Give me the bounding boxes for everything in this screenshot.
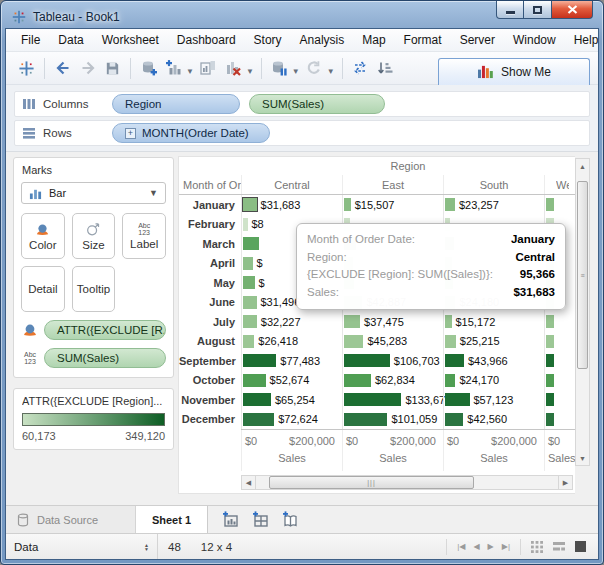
row-header-month[interactable]: September [179,355,241,367]
detail-button[interactable]: Detail [21,266,65,312]
list-view-icon[interactable] [553,541,565,553]
first-page-icon[interactable]: |◀ [457,542,465,551]
bar-cell[interactable]: $26,418 [241,332,342,352]
bar[interactable] [546,315,554,328]
tab-sheet1[interactable]: Sheet 1 [136,506,208,533]
pill-month-order-date[interactable]: + MONTH(Order Date) [112,123,270,143]
bar-cell[interactable]: $15,507 [342,195,443,215]
bar[interactable] [344,393,401,406]
vscroll-thumb[interactable]: ≡ [577,181,588,369]
menu-item-format[interactable]: Format [395,30,451,50]
bar-cell[interactable]: $72,624 [241,410,342,430]
bar-cell-west[interactable] [544,332,575,352]
bar[interactable] [546,335,554,348]
bar-cell[interactable]: $133,674 [342,390,443,410]
menu-item-worksheet[interactable]: Worksheet [93,30,168,50]
refresh-caret-icon[interactable]: ▼ [327,67,335,76]
swap-rows-columns-icon[interactable] [348,56,373,81]
row-header-month[interactable]: January [179,199,241,211]
bar[interactable] [243,354,276,367]
bar[interactable] [243,257,253,270]
column-header-west[interactable]: West [544,175,575,194]
columns-shelf[interactable]: Columns Region SUM(Sales) [14,91,590,117]
bar[interactable] [546,374,554,387]
bar-cell[interactable]: $106,703 [342,351,443,371]
bar[interactable] [243,218,248,231]
color-legend[interactable]: ATTR({EXCLUDE [Region]... 60,173 349,120 [13,388,174,450]
full-view-icon[interactable] [575,541,586,552]
bar[interactable] [546,413,554,426]
show-me-button[interactable]: Show Me [438,58,590,85]
scroll-up-icon[interactable]: ▲ [576,159,589,173]
row-header-month[interactable]: October [179,374,241,386]
bar-cell-west[interactable] [544,390,575,410]
bar[interactable] [344,335,363,348]
row-header-month[interactable]: February [179,218,241,230]
scroll-down-icon[interactable]: ▼ [576,451,589,465]
add-data-icon[interactable] [136,56,161,81]
previous-page-icon[interactable]: ◀ [473,542,479,551]
bar[interactable] [243,393,271,406]
menu-item-dashboard[interactable]: Dashboard [168,30,245,50]
pill-sum-sales-label[interactable]: SUM(Sales) [44,348,166,368]
close-button[interactable] [551,1,593,19]
label-button[interactable]: Abc123 Label [122,213,166,259]
bar[interactable] [445,198,455,211]
new-dashboard-tab-icon[interactable] [252,511,269,528]
pause-auto-updates-caret-icon[interactable]: ▼ [292,67,300,76]
menu-item-help[interactable]: Help [565,30,599,50]
bar[interactable] [344,354,390,367]
bar[interactable] [445,413,463,426]
bar-cell[interactable]: $24,170 [443,371,544,391]
row-header-month[interactable]: July [179,316,241,328]
row-header-month[interactable]: December [179,413,241,425]
menu-item-file[interactable]: File [12,30,49,50]
tooltip-button[interactable]: Tooltip [72,266,116,312]
bar[interactable] [243,315,257,328]
mark-type-dropdown[interactable]: Bar ▼ [21,182,166,204]
bar[interactable] [445,374,455,387]
bar-cell[interactable]: $15,172 [443,312,544,332]
bar-cell[interactable]: $65,254 [241,390,342,410]
color-button[interactable]: Color [21,213,65,259]
clear-sheet-icon[interactable] [221,56,246,81]
bar-cell[interactable]: $43,966 [443,351,544,371]
bar[interactable] [344,198,351,211]
bar[interactable] [546,354,554,367]
vscroll-track[interactable]: ≡ [576,173,589,451]
expand-icon[interactable]: + [125,128,136,139]
back-icon[interactable] [50,56,75,81]
save-icon[interactable] [100,56,125,81]
sort-ascending-icon[interactable] [373,56,398,81]
status-selector[interactable]: Data ▲▼ [6,534,158,559]
bar-cell-west[interactable] [544,312,575,332]
bar[interactable] [546,393,554,406]
bar[interactable] [243,296,257,309]
bar-cell[interactable]: $52,674 [241,371,342,391]
menu-item-window[interactable]: Window [504,30,565,50]
forward-icon[interactable] [75,56,100,81]
new-story-tab-icon[interactable] [282,511,299,528]
row-header-month[interactable]: June [179,296,241,308]
bar[interactable] [243,413,274,426]
column-header-south[interactable]: South [443,175,544,194]
bar[interactable] [344,315,360,328]
hscroll-track[interactable]: ||| [256,475,558,490]
row-dimension-header[interactable]: Month of Ord.. [179,179,241,191]
bar[interactable] [344,413,387,426]
new-worksheet-caret-icon[interactable]: ▼ [186,67,194,76]
maximize-button[interactable] [524,1,551,19]
hscroll-thumb[interactable]: ||| [269,476,474,489]
menu-item-map[interactable]: Map [353,30,394,50]
new-worksheet-icon[interactable] [161,56,186,81]
row-header-month[interactable]: March [179,238,241,250]
pill-region[interactable]: Region [112,94,240,114]
bar-cell[interactable]: $37,475 [342,312,443,332]
bar-cell[interactable]: $101,059 [342,410,443,430]
scroll-right-icon[interactable]: ▶ [558,475,573,490]
column-header-east[interactable]: East [342,175,443,194]
duplicate-sheet-icon[interactable] [196,56,221,81]
grid-view-icon[interactable] [531,541,543,553]
row-header-month[interactable]: May [179,277,241,289]
bar[interactable] [243,237,259,250]
